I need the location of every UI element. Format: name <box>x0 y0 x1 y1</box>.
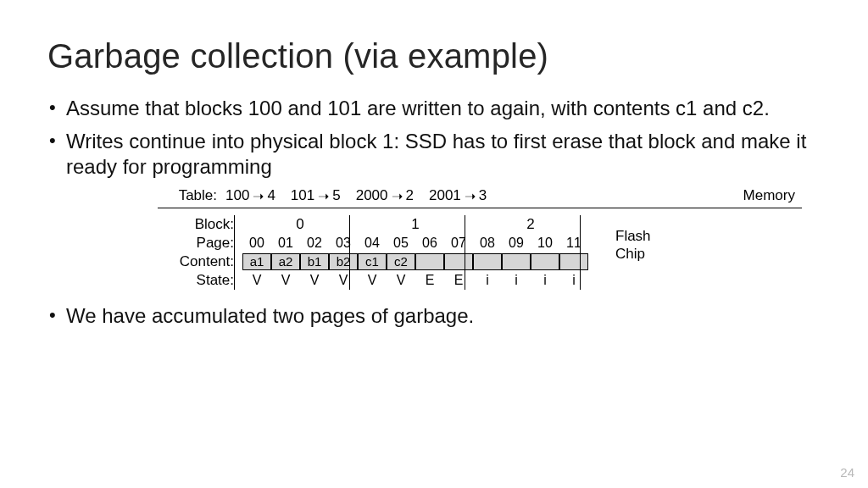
table-label: Table: <box>158 187 225 204</box>
divider <box>158 208 802 208</box>
flash-label-line2: Chip <box>615 246 645 262</box>
page-cell: 05 <box>387 235 415 252</box>
mapping-physical: 5 <box>332 187 340 204</box>
bullet-item: Writes continue into physical block 1: S… <box>47 129 821 180</box>
arrow-right-icon: ➝ <box>253 188 264 204</box>
content-cell: c2 <box>387 253 415 270</box>
mapping-pair: 100 ➝ 4 <box>225 187 275 204</box>
state-cell: V <box>271 272 300 289</box>
mapping-physical: 3 <box>479 187 487 204</box>
bullet-item: We have accumulated two pages of garbage… <box>47 303 821 330</box>
page-cell: 10 <box>531 235 559 252</box>
content-cell: a1 <box>242 253 271 270</box>
flash-grid: Block: 0 1 2 Page: 000102030405060708091… <box>158 215 802 290</box>
block-divider <box>234 215 235 290</box>
mapping-pair: 101 ➝ 5 <box>291 187 341 204</box>
mapping-table-row: Table: 100 ➝ 4 101 ➝ 5 2000 ➝ 2 2001 ➝ 3… <box>158 187 802 204</box>
block-row: Block: 0 1 2 <box>158 215 802 234</box>
page-cell: 08 <box>473 235 502 252</box>
content-cell: a2 <box>271 253 300 270</box>
arrow-right-icon: ➝ <box>465 188 476 204</box>
slide-title: Garbage collection (via example) <box>47 37 821 75</box>
bullet-item: Assume that blocks 100 and 101 are writt… <box>47 96 821 122</box>
content-cell <box>473 253 502 270</box>
memory-label: Memory <box>743 187 802 204</box>
block-number: 2 <box>473 216 588 233</box>
flash-chip-label: Flash Chip <box>615 227 651 263</box>
state-cell: V <box>329 272 358 289</box>
mapping-logical: 2001 <box>429 187 461 204</box>
block-divider <box>580 215 581 290</box>
content-cell: b1 <box>300 253 329 270</box>
state-cell: i <box>531 272 559 289</box>
content-cell <box>531 253 559 270</box>
content-cell <box>559 253 588 270</box>
arrow-right-icon: ➝ <box>392 188 403 204</box>
page-cell: 01 <box>271 235 300 252</box>
page-number: 24 <box>840 465 854 480</box>
mapping-physical: 4 <box>267 187 275 204</box>
page-cell: 00 <box>242 235 271 252</box>
ssd-diagram: Table: 100 ➝ 4 101 ➝ 5 2000 ➝ 2 2001 ➝ 3… <box>158 187 802 290</box>
content-cell <box>444 253 473 270</box>
page-cell: 07 <box>444 235 473 252</box>
state-cell: V <box>358 272 387 289</box>
content-cell: c1 <box>358 253 387 270</box>
arrow-right-icon: ➝ <box>318 188 329 204</box>
mapping-pair: 2000 ➝ 2 <box>356 187 414 204</box>
content-cell <box>415 253 444 270</box>
bullet-list: Assume that blocks 100 and 101 are writt… <box>47 96 821 180</box>
block-number: 0 <box>242 216 358 233</box>
page-cell: 03 <box>329 235 358 252</box>
content-row: Content: a1a2b1b2c1c2 <box>158 252 802 271</box>
state-cell: i <box>473 272 502 289</box>
state-cell: i <box>559 272 588 289</box>
mapping-logical: 101 <box>291 187 314 204</box>
state-cell: V <box>242 272 271 289</box>
state-label: State: <box>158 272 242 289</box>
mapping-logical: 100 <box>225 187 249 204</box>
state-cell: i <box>502 272 531 289</box>
state-cell: E <box>444 272 473 289</box>
content-label: Content: <box>158 253 242 270</box>
flash-label-line1: Flash <box>615 228 651 244</box>
slide: Garbage collection (via example) Assume … <box>0 0 868 488</box>
page-cell: 11 <box>559 235 588 252</box>
mapping-logical: 2000 <box>356 187 388 204</box>
block-divider <box>349 215 350 290</box>
mapping-physical: 2 <box>406 187 414 204</box>
bullet-list: We have accumulated two pages of garbage… <box>47 303 821 330</box>
page-cell: 04 <box>358 235 387 252</box>
state-cell: V <box>387 272 415 289</box>
block-number: 1 <box>358 216 473 233</box>
page-cell: 02 <box>300 235 329 252</box>
page-cell: 06 <box>415 235 444 252</box>
content-cell: b2 <box>329 253 358 270</box>
page-row: Page: 000102030405060708091011 <box>158 234 802 252</box>
state-row: State: VVVVVVEEiiii <box>158 271 802 290</box>
content-cell <box>502 253 531 270</box>
mapping-pair: 2001 ➝ 3 <box>429 187 487 204</box>
page-cell: 09 <box>502 235 531 252</box>
block-label: Block: <box>158 216 242 233</box>
state-cell: E <box>415 272 444 289</box>
state-cell: V <box>300 272 329 289</box>
page-label: Page: <box>158 235 242 252</box>
block-divider <box>465 215 465 290</box>
